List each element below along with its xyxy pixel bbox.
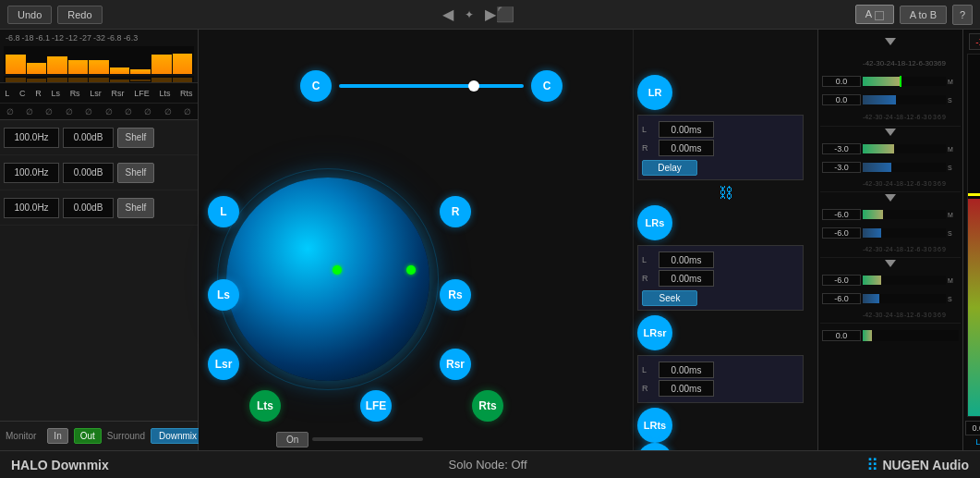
delay-r2-label: R xyxy=(642,274,655,283)
phase-row: ∅ ∅ ∅ ∅ ∅ ∅ ∅ ∅ ∅ ∅ xyxy=(0,104,198,120)
meter-lrsr-bot-val[interactable]: -6.0 xyxy=(822,227,861,239)
LRs-node[interactable]: LRs xyxy=(637,205,672,240)
L-node[interactable]: L xyxy=(208,196,239,227)
play-record-icon[interactable]: ▶⬛ xyxy=(485,6,514,23)
meter-lrs-bot-fill xyxy=(863,163,891,172)
meter-lrts-ms: M xyxy=(948,277,959,284)
shelf-btn-1[interactable]: Shelf xyxy=(117,128,154,148)
delay-l-val[interactable]: 0.00ms xyxy=(659,121,714,138)
meter-lrts-s: S xyxy=(948,296,959,302)
delay-l3-val[interactable]: 0.00ms xyxy=(659,362,714,378)
meter-dropdown[interactable] xyxy=(885,38,896,45)
LFE-out-node[interactable]: LFE xyxy=(637,443,672,450)
downmix-button[interactable]: Downmix xyxy=(151,428,205,444)
LR-node[interactable]: LR xyxy=(637,75,672,110)
meter-lrs-scale: -42-30-24-18-12-6-30369 xyxy=(820,177,961,190)
bottom-bar: HALO Downmix Solo Node: Off ⠿ NUGEN Audi… xyxy=(0,450,980,478)
phase-4: ∅ xyxy=(66,107,73,116)
meter-triangle-3 xyxy=(820,192,961,203)
eq-db-1[interactable]: 0.00dB xyxy=(63,128,114,148)
phase-6: ∅ xyxy=(105,107,113,116)
eq-freq-3[interactable]: 100.0Hz xyxy=(4,198,59,218)
delay-button[interactable]: Delay xyxy=(642,160,697,176)
R-node[interactable]: R xyxy=(440,196,471,227)
help-button[interactable]: ? xyxy=(952,5,973,25)
spectrum-label-7: -32 xyxy=(93,33,105,43)
seek-button[interactable]: Seek xyxy=(642,290,697,306)
monitor-label: Monitor xyxy=(6,431,36,441)
phase-10: ∅ xyxy=(184,107,191,116)
delay-r3-val[interactable]: 0.00ms xyxy=(659,380,714,397)
spectrum-bar-5 xyxy=(89,60,109,74)
meter-dropdown-3[interactable] xyxy=(885,194,896,202)
meter-header xyxy=(820,31,961,52)
meter-lrs-section: -3.0 M -3.0 S -42-30-24-18-12- xyxy=(820,138,961,192)
undo-button[interactable]: Undo xyxy=(7,6,52,24)
Rs-node[interactable]: Rs xyxy=(440,279,471,311)
meter-lfe-val[interactable]: 0.0 xyxy=(822,330,861,341)
LFE-node[interactable]: LFE xyxy=(360,390,392,422)
eq-db-2[interactable]: 0.00dB xyxy=(63,163,114,183)
ch-label-R: R xyxy=(35,89,42,98)
Ls-node[interactable]: Ls xyxy=(208,279,239,311)
delay-r2-val[interactable]: 0.00ms xyxy=(659,270,714,287)
meter-lrs-top-val[interactable]: -3.0 xyxy=(822,143,861,154)
eq-db-3[interactable]: 0.00dB xyxy=(63,198,114,218)
chain-icon-1[interactable]: ⛓ xyxy=(719,185,733,202)
delay-r-val[interactable]: 0.00ms xyxy=(659,140,714,156)
lr-row-4: LRts ♾ xyxy=(637,407,814,444)
delay-l2-val[interactable]: 0.00ms xyxy=(659,251,714,268)
lr-labels: L R xyxy=(965,437,980,447)
Lsr-node[interactable]: Lsr xyxy=(208,349,239,380)
delay-btn-row: Delay xyxy=(642,160,799,176)
meter-lrsr-top-val[interactable]: -6.0 xyxy=(822,209,861,220)
c-right-node[interactable]: C xyxy=(531,70,563,102)
meter-dropdown-4[interactable] xyxy=(885,260,896,267)
meter-lr-bot-val[interactable]: 0.0 xyxy=(822,94,861,105)
rewind-icon[interactable]: ◀ xyxy=(442,6,454,23)
lfe-on-button[interactable]: On xyxy=(276,432,309,447)
meter-lrts-top-val[interactable]: -6.0 xyxy=(822,275,861,286)
Rsr-node[interactable]: Rsr xyxy=(440,349,471,380)
delay-group-3: L 0.00ms R 0.00ms xyxy=(637,355,804,403)
spectrum-bars xyxy=(4,46,194,74)
c-slider[interactable] xyxy=(339,84,524,88)
meter-lr-top-val[interactable]: 0.0 xyxy=(822,76,861,87)
spectrum-bar-6 xyxy=(110,67,130,75)
seek-btn-row: Seek xyxy=(642,290,799,306)
lr-l-val[interactable]: 0.0 xyxy=(965,421,980,435)
redo-button[interactable]: Redo xyxy=(57,6,102,24)
spectrum-bottom-7 xyxy=(130,80,151,81)
lfe-slider[interactable] xyxy=(312,437,423,441)
Lts-node[interactable]: Lts xyxy=(249,390,281,422)
meter-lrs-bot-val[interactable]: -3.0 xyxy=(822,162,861,173)
meter-lrts-top-bar xyxy=(863,276,946,285)
atob-button[interactable]: A to B xyxy=(900,6,947,24)
LRsr-node[interactable]: LRsr xyxy=(637,315,672,350)
dot-left xyxy=(333,265,342,275)
eq-freq-2[interactable]: 100.0Hz xyxy=(4,163,59,183)
toolbar-center: ◀ ✦ ▶⬛ xyxy=(442,6,514,23)
Rts-node[interactable]: Rts xyxy=(472,390,503,422)
LRts-node[interactable]: LRts xyxy=(637,408,672,443)
lfe-controls: On xyxy=(272,425,427,450)
meter-lr-bot-bar xyxy=(863,95,946,104)
ab-a-button[interactable]: A xyxy=(855,5,894,23)
meter-lrs-s: S xyxy=(948,165,959,171)
meter-lr-top-bar xyxy=(863,77,946,86)
in-button[interactable]: In xyxy=(47,428,67,444)
eq-freq-1[interactable]: 100.0Hz xyxy=(4,128,59,148)
meter-dropdown-2[interactable] xyxy=(885,129,896,136)
meter-triangle-2 xyxy=(820,127,961,138)
c-top-node[interactable]: C xyxy=(300,70,332,102)
shelf-btn-3[interactable]: Shelf xyxy=(117,198,154,218)
out-button[interactable]: Out xyxy=(74,428,102,444)
shelf-btn-2[interactable]: Shelf xyxy=(117,163,154,183)
star-icon[interactable]: ✦ xyxy=(465,8,474,21)
c-slider-thumb[interactable] xyxy=(468,80,479,92)
meter-lrts-section: -6.0 M -6.0 S -42-30-24-18-12- xyxy=(820,269,961,324)
level-bars-inner: +9 +6 +3 0 -3 -6 xyxy=(965,54,980,417)
meter-lrts-bot-val[interactable]: -6.0 xyxy=(822,293,861,304)
ch-label-LFE: LFE xyxy=(134,89,150,98)
phase-1: ∅ xyxy=(6,107,14,116)
